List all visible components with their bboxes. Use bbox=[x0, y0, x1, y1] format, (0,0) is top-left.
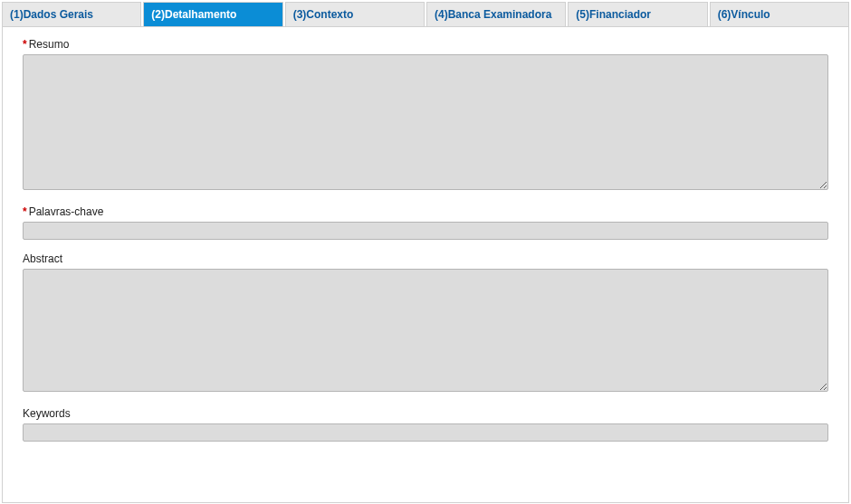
label-text-keywords: Keywords bbox=[23, 407, 71, 420]
label-keywords: Keywords bbox=[23, 407, 828, 420]
label-resumo: *Resumo bbox=[23, 38, 828, 51]
input-palavras-chave[interactable] bbox=[23, 222, 828, 240]
tab-banca-examinadora[interactable]: (4)Banca Examinadora bbox=[426, 2, 566, 26]
field-group-resumo: *Resumo bbox=[23, 38, 828, 193]
field-group-abstract: Abstract bbox=[23, 252, 828, 395]
tab-vinculo[interactable]: (6)Vínculo bbox=[710, 2, 849, 26]
label-text-abstract: Abstract bbox=[23, 252, 62, 265]
input-resumo[interactable] bbox=[23, 54, 828, 190]
label-text-palavras-chave: Palavras-chave bbox=[29, 205, 104, 218]
field-group-palavras-chave: *Palavras-chave bbox=[23, 205, 828, 240]
tabs-bar: (1)Dados Gerais (2)Detalhamento (3)Conte… bbox=[0, 0, 851, 26]
required-mark-icon: * bbox=[23, 38, 27, 51]
tab-financiador[interactable]: (5)Financiador bbox=[568, 2, 707, 26]
label-text-resumo: Resumo bbox=[29, 38, 70, 51]
tab-dados-gerais[interactable]: (1)Dados Gerais bbox=[2, 2, 141, 26]
tab-detalhamento[interactable]: (2)Detalhamento bbox=[143, 2, 282, 26]
field-group-keywords: Keywords bbox=[23, 407, 828, 442]
tab-contexto[interactable]: (3)Contexto bbox=[285, 2, 425, 26]
input-abstract[interactable] bbox=[23, 269, 828, 392]
input-keywords[interactable] bbox=[23, 423, 828, 442]
form-panel: *Resumo *Palavras-chave Abstract Keyword… bbox=[2, 26, 849, 503]
required-mark-icon: * bbox=[23, 205, 27, 218]
label-abstract: Abstract bbox=[23, 252, 828, 265]
label-palavras-chave: *Palavras-chave bbox=[23, 205, 828, 218]
